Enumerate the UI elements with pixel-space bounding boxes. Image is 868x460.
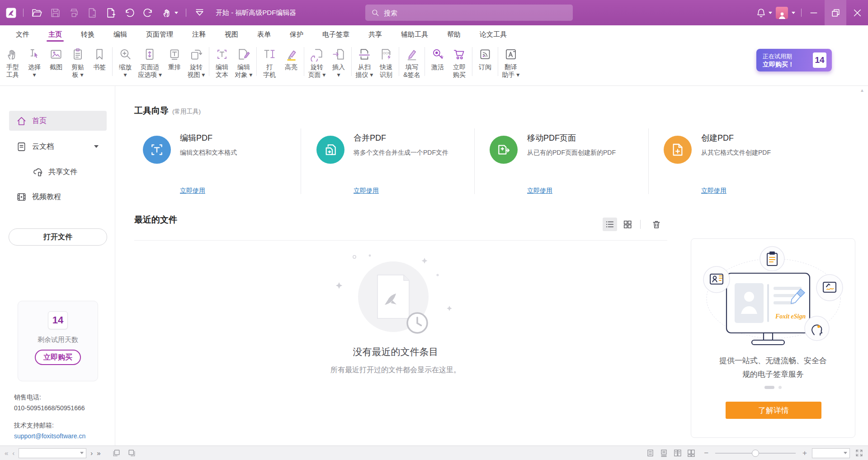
new-page-button[interactable] [104, 5, 118, 20]
chevron-down-icon[interactable] [80, 452, 84, 454]
tool-hand[interactable]: 手型工具 [2, 43, 24, 85]
tool-insert[interactable]: 插入▾ [328, 43, 349, 85]
menu-paper-tools[interactable]: 论文工具 [478, 25, 509, 43]
continuous-view-icon[interactable] [660, 449, 668, 457]
tool-snapshot[interactable]: 截图 [45, 43, 67, 85]
card-link-move-pdf[interactable]: 立即使用 [527, 187, 552, 195]
hand-tool-quick-button[interactable] [160, 5, 179, 20]
tool-highlight[interactable]: 高亮 [280, 43, 302, 85]
tool-clipboard[interactable]: 剪贴板 ▾ [67, 43, 89, 85]
menu-page-organize[interactable]: 页面管理 [144, 25, 175, 43]
menu-file[interactable]: 文件 [14, 25, 31, 43]
tool-edit-object[interactable]: 编辑对象 ▾ [233, 43, 255, 85]
zoom-in-button[interactable]: + [802, 449, 807, 457]
zoom-level-input[interactable] [812, 448, 850, 458]
menu-share[interactable]: 共享 [367, 25, 384, 43]
carousel-dot-active[interactable] [764, 386, 774, 389]
search-input[interactable] [384, 9, 556, 17]
tool-ocr[interactable]: OCR 快速识别 [375, 43, 397, 85]
menu-home[interactable]: 主页 [47, 25, 64, 43]
tool-activate[interactable]: 激活 [427, 43, 448, 85]
menu-protect[interactable]: 保护 [288, 25, 305, 43]
list-view-button[interactable] [603, 218, 617, 231]
card-title-create-pdf: 创建PDF [701, 133, 734, 143]
menu-form[interactable]: 表单 [255, 25, 273, 43]
facing-view-icon[interactable] [673, 449, 682, 457]
tool-from-scanner[interactable]: 从扫描仪 ▾ [354, 43, 375, 85]
page-number-input[interactable] [19, 448, 86, 458]
sidebar-item-home[interactable]: 首页 [9, 111, 107, 131]
collapse-ribbon-button[interactable] [193, 5, 206, 20]
grid-view-button[interactable] [620, 218, 635, 231]
menu-convert[interactable]: 转换 [79, 25, 96, 43]
search-bar[interactable] [365, 5, 573, 21]
tool-translate-assistant[interactable]: 翻译助手 ▾ [500, 43, 522, 85]
card-link-create-pdf[interactable]: 立即使用 [701, 187, 726, 195]
close-page-button[interactable] [85, 5, 99, 20]
support-email-link[interactable]: support@foxitsoftware.cn [14, 431, 85, 441]
first-page-button[interactable]: « [5, 450, 8, 456]
tool-label: 识别 [380, 71, 392, 79]
buy-now-button[interactable]: 立即购买 [35, 350, 81, 365]
fullscreen-icon[interactable] [855, 449, 863, 457]
tool-select[interactable]: 选择▾ [24, 43, 45, 85]
chevron-down-icon[interactable] [94, 145, 99, 148]
redo-button[interactable] [141, 5, 155, 20]
open-file-pill-button[interactable]: 打开文件 [9, 228, 107, 246]
trial-days-label: 剩余试用天数 [18, 336, 98, 344]
tool-edit-text[interactable]: 编辑文本 [211, 43, 233, 85]
user-avatar[interactable] [776, 7, 788, 19]
open-file-button[interactable] [30, 5, 43, 20]
zoom-slider-knob[interactable] [752, 450, 759, 457]
previous-page-button[interactable]: ‹ [12, 450, 14, 456]
facing-continuous-view-icon[interactable] [687, 449, 695, 457]
single-page-view-icon[interactable] [646, 449, 655, 457]
undo-button[interactable] [123, 5, 136, 20]
minimize-button[interactable] [803, 0, 825, 25]
tool-label: 应选项 ▾ [138, 71, 162, 79]
menu-edit[interactable]: 编辑 [112, 25, 129, 43]
learn-more-button[interactable]: 了解详情 [726, 402, 821, 419]
chevron-down-icon[interactable] [769, 12, 772, 14]
next-page-button[interactable]: › [90, 450, 93, 456]
tool-reflow[interactable]: 重排 [164, 43, 185, 85]
menu-accessibility[interactable]: 辅助工具 [399, 25, 430, 43]
previous-view-icon[interactable] [112, 449, 121, 457]
tool-typewriter[interactable]: 打字机 [259, 43, 280, 85]
carousel-dot[interactable] [778, 386, 782, 389]
trial-purchase-badge[interactable]: 正在试用期 立即购买！ 14 [756, 49, 832, 71]
print-button[interactable] [67, 5, 80, 20]
tool-bookmark[interactable]: 书签 [89, 43, 110, 85]
close-window-button[interactable] [846, 0, 868, 25]
card-link-merge-pdf[interactable]: 立即使用 [354, 187, 379, 195]
save-button[interactable] [48, 5, 62, 20]
sidebar-item-shared-files[interactable]: 共享文件 [9, 162, 107, 182]
menu-esign[interactable]: 电子签章 [321, 25, 351, 43]
tool-buy-now[interactable]: 立即购买 [448, 43, 470, 85]
sidebar-item-cloud-docs[interactable]: 云文档 [9, 137, 107, 156]
tool-fit-page[interactable]: 页面适应选项 ▾ [136, 43, 164, 85]
menu-view[interactable]: 视图 [223, 25, 240, 43]
zoom-out-button[interactable]: − [704, 449, 708, 457]
sidebar-item-video-tutorials[interactable]: 视频教程 [9, 187, 107, 207]
sidebar-item-label: 首页 [32, 116, 47, 126]
zoom-slider[interactable] [715, 453, 796, 454]
card-link-edit-pdf[interactable]: 立即使用 [180, 187, 205, 195]
menu-help[interactable]: 帮助 [445, 25, 462, 43]
chevron-down-icon[interactable] [792, 12, 795, 14]
scrollbar-up-arrow[interactable]: ▲ [860, 88, 864, 93]
tool-fill-sign[interactable]: 填写&签名 [401, 43, 423, 85]
tool-zoom[interactable]: 缩放▾ [114, 43, 136, 85]
restore-window-button[interactable] [825, 0, 846, 25]
tool-rotate-pages[interactable]: 旋转页面 ▾ [306, 43, 328, 85]
tool-rotate-view[interactable]: 旋转视图 ▾ [185, 43, 207, 85]
next-view-icon[interactable] [127, 449, 136, 457]
ribbon-group-divider [304, 47, 304, 76]
divider [640, 220, 641, 229]
chevron-down-icon[interactable] [844, 452, 847, 454]
last-page-button[interactable]: » [97, 450, 100, 456]
notifications-button[interactable] [754, 5, 768, 20]
clear-recent-button[interactable] [649, 218, 664, 231]
menu-comment[interactable]: 注释 [190, 25, 208, 43]
tool-subscribe[interactable]: 订阅 [474, 43, 496, 85]
